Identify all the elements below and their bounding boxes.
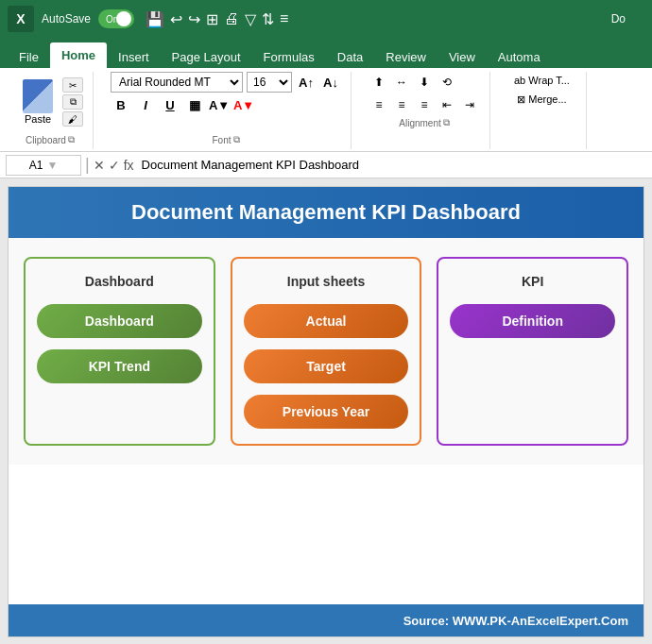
indent-increase-button[interactable]: ⇥ <box>459 94 480 115</box>
merge-label: ⊠ Merge... <box>517 93 566 105</box>
title-bar: X AutoSave On 💾 ↩ ↪ ⊞ 🖨 ▽ ⇅ ≡ Do <box>0 0 652 38</box>
align-bottom-button[interactable]: ⬇ <box>414 72 435 93</box>
font-color-button[interactable]: A▼ <box>233 94 254 115</box>
wrap-text-button[interactable]: ab Wrap T... <box>507 72 576 89</box>
dashboard-card-title: Dashboard <box>85 274 154 289</box>
formula-bar-divider: | <box>85 155 90 175</box>
clipboard-small-icons: ✂ ⧉ 🖌 <box>62 77 83 127</box>
target-button[interactable]: Target <box>244 349 409 383</box>
fill-color-button[interactable]: A▼ <box>209 94 230 115</box>
undo-icon[interactable]: ↩ <box>170 10 182 28</box>
tab-automate[interactable]: Automa <box>487 44 552 68</box>
cut-button[interactable]: ✂ <box>62 77 83 93</box>
formula-confirm-icon[interactable]: ✓ <box>109 158 120 173</box>
autosave-label: AutoSave <box>42 12 91 25</box>
align-row-bottom: ≡ ≡ ≡ ⇤ ⇥ <box>369 94 480 115</box>
footer-text: Source: WWW.PK-AnExcelExpert.Com <box>403 614 628 628</box>
font-label: Font ⧉ <box>212 134 239 145</box>
tab-file[interactable]: File <box>8 44 50 68</box>
align-left-button[interactable]: ≡ <box>369 94 389 115</box>
redo-icon[interactable]: ↪ <box>188 10 200 28</box>
cell-ref-dropdown[interactable]: ▼ <box>46 159 58 172</box>
merge-center-button[interactable]: ⊠ Merge... <box>507 91 576 109</box>
copy-button[interactable]: ⧉ <box>62 94 83 110</box>
align-middle-button[interactable]: ↔ <box>391 72 412 93</box>
tab-review[interactable]: Review <box>374 44 438 68</box>
alignment-section: ⬆ ↔ ⬇ ⟲ ≡ ≡ ≡ ⇤ ⇥ <box>369 72 480 115</box>
tab-page-layout[interactable]: Page Layout <box>161 44 252 68</box>
table-icon[interactable]: ⊞ <box>206 10 218 28</box>
font-section: Arial Rounded MT 16 A↑ A↓ B I U ▦ A▼ A▼ <box>111 72 341 132</box>
formula-cancel-icon[interactable]: ✕ <box>94 158 105 173</box>
alignment-expand-icon[interactable]: ⧉ <box>443 117 450 128</box>
clipboard-expand-icon[interactable]: ⧉ <box>68 134 75 145</box>
font-row2: B I U ▦ A▼ A▼ <box>111 94 341 115</box>
dashboard-button[interactable]: Dashboard <box>37 304 202 338</box>
quick-access-save-icon[interactable]: 💾 <box>146 10 164 28</box>
tab-data[interactable]: Data <box>326 44 374 68</box>
text-direction-button[interactable]: ⟲ <box>437 72 457 93</box>
previous-year-button[interactable]: Previous Year <box>244 395 409 429</box>
filter-icon[interactable]: ▽ <box>245 10 256 28</box>
alignment-group: ⬆ ↔ ⬇ ⟲ ≡ ≡ ≡ ⇤ ⇥ Alignment ⧉ <box>359 72 490 149</box>
decrease-font-button[interactable]: A↓ <box>320 72 341 93</box>
border-button[interactable]: ▦ <box>184 94 205 115</box>
font-size-select[interactable]: 16 <box>247 72 292 93</box>
wrap-merge-group: ab Wrap T... ⊠ Merge... <box>498 72 587 149</box>
excel-logo: X <box>8 6 34 32</box>
alignment-label: Alignment ⧉ <box>399 117 449 128</box>
definition-button[interactable]: Definition <box>450 304 615 338</box>
font-expand-icon[interactable]: ⧉ <box>233 134 240 145</box>
more-icon[interactable]: ≡ <box>280 10 288 27</box>
ribbon-content: Paste ✂ ⧉ 🖌 Clipboard ⧉ Arial Rounded MT <box>0 68 652 151</box>
dashboard-header: Document Management KPI Dashboard <box>9 187 643 238</box>
cards-area: Dashboard Dashboard KPI Trend Input shee… <box>9 238 643 465</box>
font-name-select[interactable]: Arial Rounded MT <box>111 72 243 93</box>
kpi-trend-button[interactable]: KPI Trend <box>37 349 202 383</box>
app-title: Do <box>611 12 626 25</box>
italic-button[interactable]: I <box>135 94 156 115</box>
formula-icons: ✕ ✓ fx <box>94 158 134 173</box>
autosave-toggle[interactable]: On <box>98 9 134 28</box>
tab-view[interactable]: View <box>438 44 487 68</box>
paste-label: Paste <box>25 113 51 125</box>
input-card: Input sheets Actual Target Previous Year <box>231 257 422 446</box>
clipboard-group: Paste ✂ ⧉ 🖌 Clipboard ⧉ <box>8 72 94 149</box>
clipboard-content: Paste ✂ ⧉ 🖌 <box>17 72 83 132</box>
paste-button[interactable]: Paste <box>17 76 59 128</box>
sort-icon[interactable]: ⇅ <box>262 10 274 28</box>
font-row1: Arial Rounded MT 16 A↑ A↓ <box>111 72 341 93</box>
toolbar-icons: 💾 ↩ ↪ ⊞ 🖨 ▽ ⇅ ≡ <box>146 10 288 28</box>
tab-formulas[interactable]: Formulas <box>252 44 326 68</box>
kpi-card-title: KPI <box>522 274 543 289</box>
formula-fx-icon[interactable]: fx <box>124 158 134 173</box>
print-icon[interactable]: 🖨 <box>224 10 239 27</box>
formula-input[interactable] <box>138 158 646 172</box>
toggle-on-label: On <box>102 14 118 25</box>
dashboard-title: Document Management KPI Dashboard <box>27 200 625 225</box>
formula-bar: A1 ▼ | ✕ ✓ fx <box>0 152 652 178</box>
bold-button[interactable]: B <box>111 94 131 115</box>
footer-bar: Source: WWW.PK-AnExcelExpert.Com <box>9 604 643 636</box>
indent-decrease-button[interactable]: ⇤ <box>437 94 457 115</box>
spreadsheet-area: Document Management KPI Dashboard Dashbo… <box>0 178 652 644</box>
format-painter-button[interactable]: 🖌 <box>62 111 83 127</box>
align-right-button[interactable]: ≡ <box>414 94 435 115</box>
align-row-top: ⬆ ↔ ⬇ ⟲ <box>369 72 480 93</box>
font-group: Arial Rounded MT 16 A↑ A↓ B I U ▦ A▼ A▼ <box>101 72 352 149</box>
tab-insert[interactable]: Insert <box>107 44 161 68</box>
actual-button[interactable]: Actual <box>244 304 409 338</box>
cell-reference-box[interactable]: A1 ▼ <box>6 155 81 176</box>
tab-home[interactable]: Home <box>50 42 107 68</box>
align-top-button[interactable]: ⬆ <box>369 72 389 93</box>
wrap-text-label: ab Wrap T... <box>514 75 570 86</box>
align-center-button[interactable]: ≡ <box>391 94 412 115</box>
ribbon: File Home Insert Page Layout Formulas Da… <box>0 38 652 152</box>
increase-font-button[interactable]: A↑ <box>296 72 317 93</box>
sheet-content: Document Management KPI Dashboard Dashbo… <box>8 186 644 637</box>
clipboard-label: Clipboard ⧉ <box>26 134 75 145</box>
input-card-title: Input sheets <box>287 274 365 289</box>
paste-icon <box>23 79 53 113</box>
underline-button[interactable]: U <box>160 94 180 115</box>
ribbon-tab-bar: File Home Insert Page Layout Formulas Da… <box>0 38 652 68</box>
